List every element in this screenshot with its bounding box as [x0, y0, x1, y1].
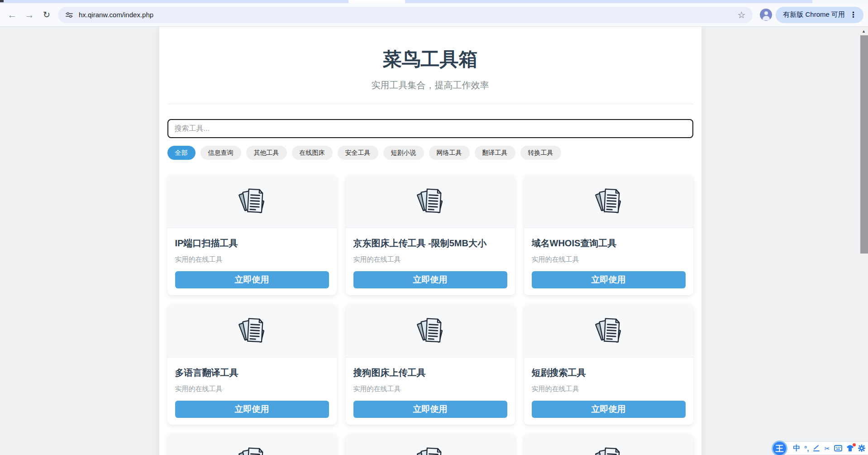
avatar-person-icon-body — [763, 16, 770, 20]
filter-chip-4[interactable]: 安全工具 — [338, 146, 378, 160]
tool-icon-area — [346, 304, 515, 358]
tool-card: IP端口扫描工具 实用的在线工具 立即使用 — [167, 175, 337, 295]
ime-settings-icon[interactable] — [858, 445, 865, 452]
url-text[interactable]: hx.qiranw.com/index.php — [79, 11, 736, 19]
use-now-button[interactable]: 立即使用 — [353, 271, 507, 288]
document-stack-icon — [593, 185, 624, 218]
ime-scissors-icon[interactable]: ✂ — [824, 445, 830, 452]
scrollbar-up-arrow[interactable]: ▲ — [862, 29, 866, 33]
ime-skin-icon[interactable] — [846, 445, 854, 452]
document-stack-icon — [237, 444, 267, 455]
chrome-update-label: 有新版 Chrome 可用 — [783, 10, 845, 19]
active-tab-bottom — [348, 0, 405, 3]
tool-icon-area — [167, 434, 337, 455]
tool-card-partial — [524, 434, 693, 455]
tool-icon-area — [524, 175, 693, 228]
tool-description: 实用的在线工具 — [175, 255, 329, 264]
tool-icon-area — [346, 434, 515, 455]
window-corner — [0, 0, 4, 2]
search-input[interactable] — [167, 119, 693, 138]
document-stack-icon — [415, 185, 446, 218]
tool-title: 搜狗图床上传工具 — [353, 367, 507, 379]
browser-toolbar: ← → ↻ hx.qiranw.com/index.php ☆ 有新版 Chro… — [0, 3, 868, 27]
tool-card-body: 搜狗图床上传工具 实用的在线工具 立即使用 — [346, 367, 515, 425]
tool-icon-area — [167, 304, 337, 358]
filter-chip-row: 全部信息查询其他工具在线图床安全工具短剧小说网络工具翻译工具转换工具 — [167, 146, 693, 160]
tool-card: 域名WHOIS查询工具 实用的在线工具 立即使用 — [524, 175, 693, 295]
ime-skin-badge — [853, 443, 856, 446]
document-stack-icon — [237, 185, 267, 218]
main-container: 菜鸟工具箱 实用工具集合，提高工作效率 全部信息查询其他工具在线图床安全工具短剧… — [159, 27, 701, 455]
tool-icon-area — [346, 175, 515, 228]
tool-description: 实用的在线工具 — [532, 385, 686, 393]
tool-title: IP端口扫描工具 — [175, 237, 329, 249]
tool-description: 实用的在线工具 — [532, 255, 686, 264]
back-button[interactable]: ← — [4, 6, 21, 24]
tabstrip-right-area — [812, 0, 868, 3]
tool-card: 多语言翻译工具 实用的在线工具 立即使用 — [167, 304, 337, 425]
ime-logo-icon[interactable]: 王 — [772, 441, 787, 455]
ime-chinese-mode-icon[interactable]: 中 — [793, 445, 800, 452]
tool-card: 京东图床上传工具 -限制5MB大小 实用的在线工具 立即使用 — [346, 175, 515, 295]
site-info-icon[interactable] — [64, 10, 74, 20]
page-title: 菜鸟工具箱 — [167, 27, 693, 72]
filter-chip-6[interactable]: 网络工具 — [429, 146, 470, 160]
tool-description: 实用的在线工具 — [353, 385, 507, 393]
tool-card: 短剧搜索工具 实用的在线工具 立即使用 — [524, 304, 693, 425]
filter-chip-1[interactable]: 信息查询 — [200, 146, 241, 160]
tool-title: 京东图床上传工具 -限制5MB大小 — [353, 237, 507, 249]
header-divider — [167, 104, 693, 104]
ime-handwriting-icon[interactable] — [813, 445, 820, 452]
profile-avatar[interactable] — [760, 9, 772, 21]
tool-icon-area — [167, 175, 337, 228]
use-now-button[interactable]: 立即使用 — [532, 401, 686, 418]
document-stack-icon — [415, 315, 446, 347]
filter-chip-3[interactable]: 在线图床 — [292, 146, 333, 160]
filter-chip-7[interactable]: 翻译工具 — [475, 146, 515, 160]
filter-chip-2[interactable]: 其他工具 — [246, 146, 287, 160]
ime-punctuation-icon[interactable]: °, — [804, 445, 809, 452]
ime-toolbar: 王 中 °, ✂ — [778, 441, 868, 455]
reload-button[interactable]: ↻ — [38, 6, 55, 24]
filter-chip-5[interactable]: 短剧小说 — [383, 146, 424, 160]
filter-chip-all[interactable]: 全部 — [167, 146, 196, 160]
tool-card-body: 多语言翻译工具 实用的在线工具 立即使用 — [167, 367, 337, 425]
tool-card-body: IP端口扫描工具 实用的在线工具 立即使用 — [167, 237, 337, 295]
scrollbar-thumb[interactable] — [860, 35, 868, 254]
use-now-button[interactable]: 立即使用 — [532, 271, 686, 288]
page-viewport: 菜鸟工具箱 实用工具集合，提高工作效率 全部信息查询其他工具在线图床安全工具短剧… — [0, 27, 860, 455]
browser-menu-icon[interactable]: ⋮ — [847, 10, 860, 19]
filter-chip-8[interactable]: 转换工具 — [520, 146, 561, 160]
use-now-button[interactable]: 立即使用 — [353, 401, 507, 418]
use-now-button[interactable]: 立即使用 — [175, 271, 329, 288]
tool-card-partial — [346, 434, 515, 455]
document-stack-icon — [415, 444, 446, 455]
bookmark-star-icon[interactable]: ☆ — [736, 10, 746, 20]
tool-title: 多语言翻译工具 — [175, 367, 329, 379]
tool-card-grid: IP端口扫描工具 实用的在线工具 立即使用 京东图床上传工具 -限制5MB大小 … — [167, 175, 693, 455]
browser-chrome: ← → ↻ hx.qiranw.com/index.php ☆ 有新版 Chro… — [0, 0, 868, 27]
tool-card: 搜狗图床上传工具 实用的在线工具 立即使用 — [346, 304, 515, 425]
page-scrollbar[interactable]: ▲ — [860, 27, 868, 455]
avatar-person-icon — [764, 11, 768, 15]
tab-strip — [0, 0, 868, 3]
tool-card-body: 短剧搜索工具 实用的在线工具 立即使用 — [524, 367, 693, 425]
address-bar[interactable]: hx.qiranw.com/index.php ☆ — [58, 7, 753, 23]
tool-card-body: 域名WHOIS查询工具 实用的在线工具 立即使用 — [524, 237, 693, 295]
forward-button[interactable]: → — [21, 6, 38, 24]
tool-icon-area — [524, 434, 693, 455]
tool-card-partial — [167, 434, 337, 455]
document-stack-icon — [237, 315, 267, 347]
use-now-button[interactable]: 立即使用 — [175, 401, 329, 418]
document-stack-icon — [593, 315, 624, 347]
tool-title: 域名WHOIS查询工具 — [532, 237, 686, 249]
page-subtitle: 实用工具集合，提高工作效率 — [167, 79, 693, 91]
tool-description: 实用的在线工具 — [175, 385, 329, 393]
tool-description: 实用的在线工具 — [353, 255, 507, 264]
chrome-update-button[interactable]: 有新版 Chrome 可用 ⋮ — [776, 7, 863, 23]
tool-card-body: 京东图床上传工具 -限制5MB大小 实用的在线工具 立即使用 — [346, 237, 515, 295]
document-stack-icon — [593, 444, 624, 455]
tool-icon-area — [524, 304, 693, 358]
ime-keyboard-icon[interactable] — [834, 445, 842, 451]
tool-title: 短剧搜索工具 — [532, 367, 686, 379]
